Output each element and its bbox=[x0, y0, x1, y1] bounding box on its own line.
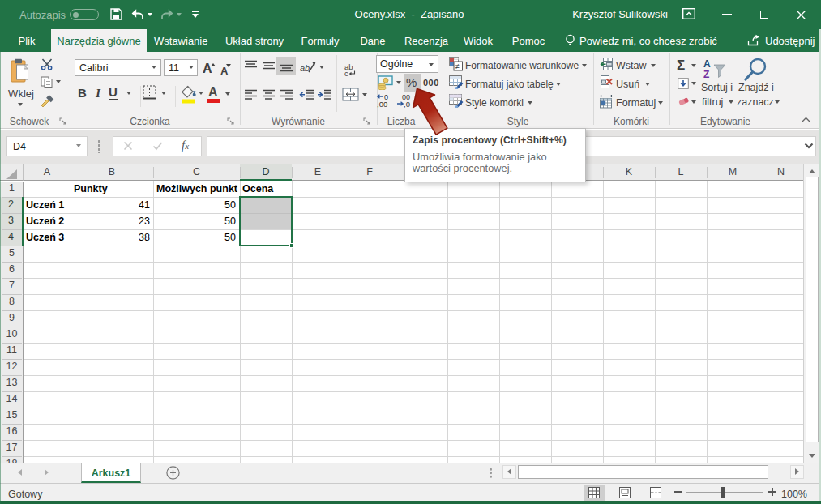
svg-text:ab: ab bbox=[300, 63, 310, 73]
svg-text:≠: ≠ bbox=[455, 62, 460, 70]
svg-text:c: c bbox=[344, 69, 348, 77]
svg-text:,0: ,0 bbox=[404, 100, 410, 108]
svg-text:,00: ,00 bbox=[377, 100, 387, 108]
svg-text:Z: Z bbox=[703, 69, 709, 79]
svg-text:A: A bbox=[703, 58, 711, 70]
